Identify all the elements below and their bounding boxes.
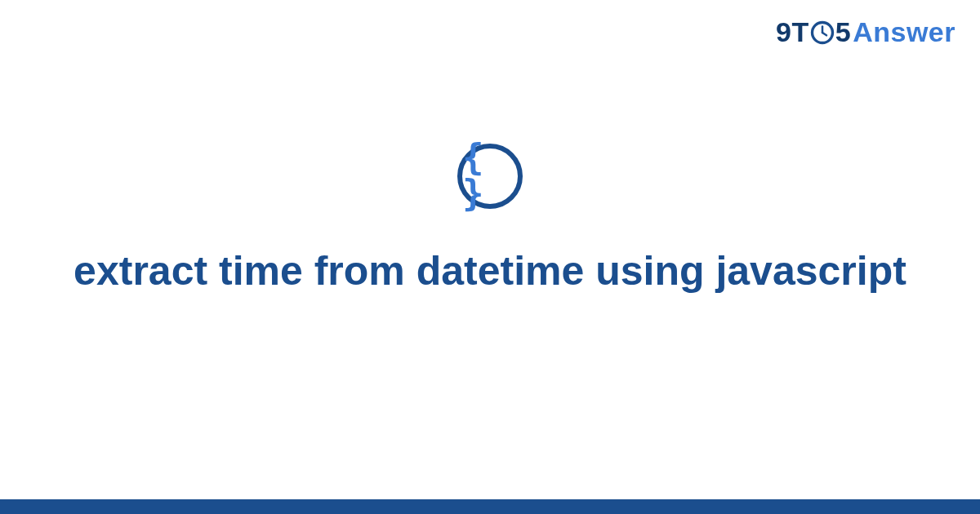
category-icon: { } [457, 144, 523, 209]
page-title: extract time from datetime using javascr… [74, 246, 906, 297]
bottom-bar [0, 499, 980, 514]
braces-icon: { } [462, 140, 518, 211]
main-content: { } extract time from datetime using jav… [0, 0, 980, 514]
